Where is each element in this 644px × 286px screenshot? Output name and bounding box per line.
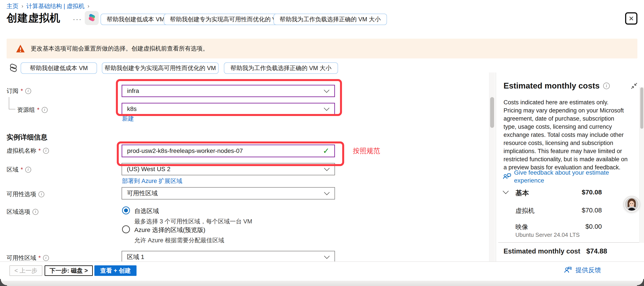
previous-button[interactable]: < 上一步 xyxy=(10,265,42,276)
breadcrumb-section-link[interactable]: 计算基础结构 | 虚拟机 xyxy=(26,2,84,10)
region-label-row: 区域 * i xyxy=(6,166,31,174)
edge-zone-link[interactable]: 部署到 Azure 扩展区域 xyxy=(122,177,182,185)
info-icon[interactable]: i xyxy=(603,83,610,89)
collapse-panel-icon[interactable] xyxy=(630,82,638,91)
breadcrumb-home-link[interactable]: 主页 xyxy=(6,2,18,10)
review-create-button[interactable]: 查看 + 创建 xyxy=(94,265,136,276)
suggestion-low-cost-vm-button-2[interactable]: 帮助我创建低成本 VM xyxy=(21,62,97,74)
suggestion-vm-size-button-2[interactable]: 帮助我为工作负载选择正确的 VM 大小 xyxy=(224,62,338,74)
availability-options-label: 可用性选项 xyxy=(6,190,36,198)
cost-panel-header: Estimated monthly costs i xyxy=(504,81,610,91)
annotation-text-naming-convention: 按照规范 xyxy=(353,146,380,156)
vm-name-value: prod-usw2-k8s-freeleaps-worker-nodes-07 xyxy=(127,147,243,154)
info-icon[interactable]: i xyxy=(32,209,38,215)
zone-options-label-row: 区域选项 i xyxy=(6,208,38,216)
info-icon[interactable]: i xyxy=(25,88,31,94)
subscription-value: infra xyxy=(127,87,139,94)
required-asterisk: * xyxy=(38,254,41,261)
estimate-feedback-link[interactable]: Give feedback about your estimate experi… xyxy=(514,169,626,184)
avatar-image xyxy=(625,197,638,211)
availability-options-dropdown[interactable]: 可用性区域 xyxy=(122,187,335,199)
vm-name-input[interactable]: prod-usw2-k8s-freeleaps-worker-nodes-07 … xyxy=(122,145,335,157)
copilot-button[interactable] xyxy=(85,11,99,25)
feedback-person-icon xyxy=(563,265,572,275)
window-corner-right xyxy=(637,279,644,286)
window-corner-left xyxy=(0,279,7,286)
panel-scrollbar-track[interactable] xyxy=(639,87,644,243)
cost-item-label: 虚拟机 xyxy=(516,206,534,215)
group-chevron-icon[interactable] xyxy=(503,191,509,195)
tree-connector-horizontal xyxy=(9,109,15,109)
suggestion-vm-size-button[interactable]: 帮助我为工作负载选择正确的 VM 大小 xyxy=(274,14,387,25)
resource-group-label-row: 资源组 * i xyxy=(17,106,48,114)
availability-zone-value: 区域 1 xyxy=(127,253,144,261)
info-icon[interactable]: i xyxy=(42,107,48,113)
region-dropdown[interactable]: (US) West US 2 xyxy=(122,163,335,175)
cost-group-amount: $70.08 xyxy=(582,188,602,196)
radio-unselected-icon[interactable] xyxy=(122,225,130,233)
suggestion-high-availability-button[interactable]: 帮助我创建专为实现高可用性而优化的 VM xyxy=(164,14,287,25)
main-scrollbar-thumb[interactable] xyxy=(490,97,494,128)
info-icon[interactable]: i xyxy=(25,167,31,173)
zone-radio-self-select-label: 自选区域 xyxy=(134,207,159,215)
suggestion-high-availability-button-2[interactable]: 帮助我创建专为实现高可用性而优化的 VM xyxy=(102,62,218,74)
window-bottom-band xyxy=(0,281,644,286)
cost-panel-title: Estimated monthly costs xyxy=(504,81,600,91)
zone-radio-self-select-desc: 最多选择 3 个可用性区域，每个区域一台 VM xyxy=(134,217,252,225)
cost-item-amount: $70.08 xyxy=(582,206,602,214)
zone-radio-azure-select-label: Azure 选择的区域(预览版) xyxy=(134,226,206,234)
availability-zone-dropdown[interactable]: 区域 1 xyxy=(122,251,335,261)
warning-text: 更改基本选项可能会重置所做的选择。创建虚拟机前查看所有选项。 xyxy=(31,45,208,53)
cost-group-label[interactable]: 基本 xyxy=(516,188,529,198)
valid-check-icon: ✓ xyxy=(323,146,330,156)
chevron-down-icon xyxy=(324,253,330,260)
required-asterisk: * xyxy=(21,166,23,173)
suggestion-low-cost-vm-button[interactable]: 帮助我创建低成本 VM xyxy=(100,14,171,25)
avatar[interactable] xyxy=(623,196,640,213)
copilot-logo-icon xyxy=(87,13,96,23)
breadcrumb-separator-icon: › xyxy=(88,3,89,9)
zone-radio-azure-select-desc: 允许 Azure 根据需要分配最佳区域 xyxy=(134,236,224,244)
vm-name-label-row: 虚拟机名称 * i xyxy=(6,147,49,155)
give-feedback-link[interactable]: 提供反馈 xyxy=(563,265,601,275)
close-button[interactable]: ✕ xyxy=(625,12,638,25)
next-disks-button[interactable]: 下一步: 磁盘 > xyxy=(44,265,93,276)
required-asterisk: * xyxy=(21,88,23,94)
info-icon[interactable]: i xyxy=(43,148,49,154)
resource-group-dropdown[interactable]: k8s xyxy=(122,103,335,115)
panel-scrollbar-thumb[interactable] xyxy=(640,87,643,129)
breadcrumb-separator-icon: › xyxy=(22,3,23,9)
chevron-down-icon xyxy=(324,190,330,197)
zone-options-label: 区域选项 xyxy=(6,208,30,216)
page-title: 创建虚拟机 xyxy=(6,11,60,25)
info-icon[interactable]: i xyxy=(43,255,49,261)
zone-radio-azure-select[interactable]: Azure 选择的区域(预览版) xyxy=(122,225,206,234)
required-asterisk: * xyxy=(37,107,40,113)
region-value: (US) West US 2 xyxy=(127,166,170,173)
close-icon: ✕ xyxy=(628,15,634,23)
region-label: 区域 xyxy=(6,166,18,174)
breadcrumb: 主页 › 计算基础结构 | 虚拟机 › xyxy=(6,2,92,10)
give-feedback-label: 提供反馈 xyxy=(576,266,601,274)
resource-group-label: 资源组 xyxy=(17,106,35,114)
resource-group-value: k8s xyxy=(127,105,137,112)
copilot-outline-icon xyxy=(8,63,19,74)
create-vm-page: 主页 › 计算基础结构 | 虚拟机 › 创建虚拟机 ··· xyxy=(0,0,644,286)
zone-radio-self-select[interactable]: 自选区域 xyxy=(122,206,159,215)
tree-connector-vertical xyxy=(9,97,9,109)
create-new-link[interactable]: 新建 xyxy=(122,115,134,123)
required-asterisk: * xyxy=(38,147,41,154)
vm-name-label: 虚拟机名称 xyxy=(6,147,36,155)
feedback-bubbles-icon xyxy=(503,173,512,182)
panel-divider xyxy=(496,73,496,261)
overflow-menu-button[interactable]: ··· xyxy=(73,15,82,23)
subscription-dropdown[interactable]: infra xyxy=(122,85,335,97)
cost-panel-divider xyxy=(498,242,644,243)
cost-total-label: Estimated monthly cost xyxy=(504,247,580,255)
availability-options-value: 可用性区域 xyxy=(127,189,158,197)
info-icon[interactable]: i xyxy=(38,191,44,197)
availability-options-label-row: 可用性选项 i xyxy=(6,190,44,198)
footer-bar: < 上一步 下一步: 磁盘 > 查看 + 创建 提供反馈 xyxy=(0,261,644,281)
main-scrollbar-track[interactable] xyxy=(489,73,495,261)
radio-selected-icon[interactable] xyxy=(122,206,130,214)
